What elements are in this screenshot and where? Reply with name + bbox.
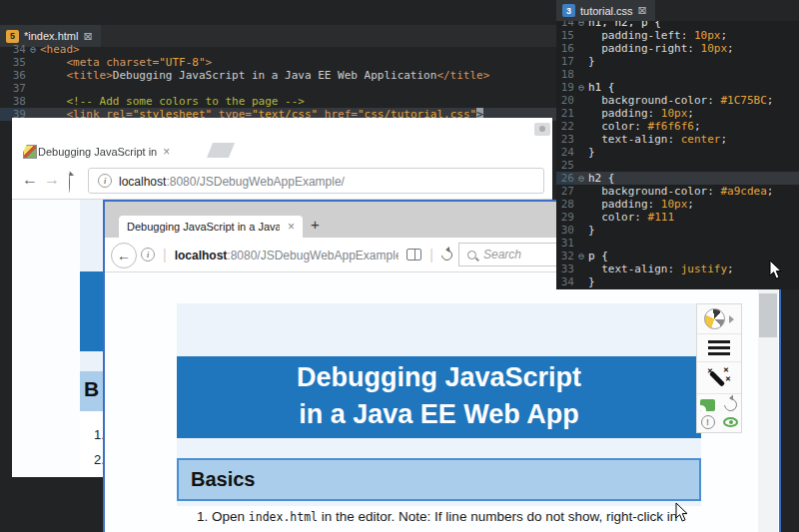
page-h1-sliver bbox=[80, 271, 103, 351]
status-icons[interactable]: ! bbox=[697, 394, 741, 432]
code-line: 17} bbox=[556, 55, 799, 68]
line-number: 21 bbox=[556, 107, 574, 120]
reload-icon[interactable] bbox=[439, 247, 454, 262]
line-number: 37 bbox=[0, 82, 26, 95]
search-placeholder: Search bbox=[483, 248, 521, 262]
firefox-page-content: Debugging JavaScript in a Java EE Web Ap… bbox=[105, 272, 779, 532]
chrome-address-bar[interactable]: localhost:8080/JSDebugWebAppExample/ bbox=[88, 168, 544, 194]
code-fold-icon[interactable]: ⊖ bbox=[26, 43, 40, 56]
line-number: 22 bbox=[556, 120, 574, 133]
list-number: 1. bbox=[94, 427, 103, 442]
line-number: 31 bbox=[556, 237, 574, 250]
firefox-tab[interactable]: Debugging JavaScript in a Java... × bbox=[119, 216, 303, 238]
code-fold-icon[interactable]: ⊖ bbox=[574, 250, 588, 263]
page-h2-sliver: B bbox=[80, 371, 103, 411]
line-number: 29 bbox=[556, 211, 574, 224]
code-fold-icon[interactable]: ⊖ bbox=[574, 172, 588, 185]
close-icon[interactable]: × bbox=[163, 146, 170, 158]
code-text: background-color: #a9cdea; bbox=[588, 185, 773, 198]
line-number: 33 bbox=[556, 263, 574, 275]
code-line: 33 text-align: justify; bbox=[556, 263, 799, 275]
gutter-spacer bbox=[574, 146, 588, 159]
line-number: 28 bbox=[556, 198, 574, 211]
bookmark-book-icon[interactable] bbox=[406, 249, 421, 261]
line-number: 34 bbox=[0, 43, 26, 56]
info-icon[interactable] bbox=[141, 248, 155, 262]
css-code-area[interactable]: 14⊖h1, h2, p {15 padding-left: 10px;16 p… bbox=[556, 16, 799, 288]
close-icon[interactable]: × bbox=[288, 221, 295, 233]
close-icon[interactable]: ⊠ bbox=[83, 31, 92, 42]
code-line: 31 bbox=[556, 237, 799, 250]
code-text: } bbox=[588, 275, 595, 288]
scrollbar-thumb[interactable] bbox=[759, 293, 777, 337]
firefox-address-bar[interactable]: | localhost:8080/JSDebugWebAppExample/ | bbox=[141, 243, 452, 266]
new-tab-button[interactable] bbox=[207, 143, 235, 158]
scrollbar-track[interactable] bbox=[758, 272, 778, 532]
sphere-globe-icon bbox=[704, 308, 725, 329]
search-icon bbox=[467, 251, 476, 260]
wand-button[interactable]: ✕✕✕ bbox=[697, 362, 741, 394]
css3-file-icon: 3 bbox=[562, 4, 575, 17]
forward-icon[interactable]: → bbox=[44, 171, 60, 189]
reload-icon[interactable] bbox=[68, 174, 70, 193]
code-line: 29 color: #111 bbox=[556, 211, 799, 224]
code-line: 32⊖p { bbox=[556, 250, 799, 263]
info-icon[interactable] bbox=[98, 174, 112, 188]
gutter-spacer bbox=[574, 237, 588, 250]
html-code-area[interactable]: 34⊖<head>35 <meta charset="UTF-8">36 <ti… bbox=[0, 43, 556, 121]
list-number: 2. bbox=[94, 452, 103, 467]
code-text: } bbox=[588, 224, 595, 237]
extension-button[interactable] bbox=[697, 304, 741, 334]
gutter-spacer bbox=[574, 224, 588, 237]
back-icon[interactable]: ← bbox=[22, 171, 38, 189]
code-text: text-align: center; bbox=[588, 133, 727, 146]
code-fold-icon[interactable]: ⊖ bbox=[574, 81, 588, 94]
chrome-tab[interactable]: Debugging JavaScript in × bbox=[18, 140, 204, 163]
gutter-spacer bbox=[574, 263, 588, 275]
code-text: <!-- Add some colors to the page --> bbox=[40, 95, 305, 108]
gutter-spacer bbox=[574, 107, 588, 120]
magic-wand-icon: ✕✕✕ bbox=[706, 366, 732, 390]
page-list-sliver: 1. 2. bbox=[80, 411, 103, 477]
page-content-column: Debugging JavaScript in a Java EE Web Ap… bbox=[177, 303, 701, 506]
code-text: p { bbox=[588, 250, 608, 263]
code-text: text-align: justify; bbox=[588, 263, 734, 275]
url-host: localhost bbox=[175, 249, 228, 263]
tab-tutorial-css[interactable]: 3 tutorial.css ⊠ bbox=[556, 0, 655, 21]
gutter-spacer bbox=[574, 198, 588, 211]
code-text: } bbox=[588, 146, 595, 159]
code-text: <head> bbox=[40, 43, 80, 56]
html5-file-icon: 5 bbox=[6, 30, 19, 43]
code-line: 18 bbox=[556, 68, 799, 81]
code-line: 25 bbox=[556, 159, 799, 172]
back-button[interactable]: ← bbox=[111, 243, 137, 268]
menu-button[interactable] bbox=[697, 334, 741, 362]
h1-line2: in a Java EE Web App bbox=[177, 396, 701, 433]
gutter-spacer bbox=[574, 68, 588, 81]
line-number: 26 bbox=[556, 172, 574, 185]
code-line: 20 background-color: #1C75BC; bbox=[556, 94, 799, 107]
profile-button[interactable] bbox=[534, 123, 550, 136]
line-number: 36 bbox=[0, 69, 26, 82]
code-line: 22 color: #f6f6f6; bbox=[556, 120, 799, 133]
css-editor-tabbar: 3 tutorial.css ⊠ bbox=[556, 0, 799, 21]
line-number: 18 bbox=[556, 68, 574, 81]
line-number: 20 bbox=[556, 94, 574, 107]
new-tab-button[interactable]: + bbox=[311, 216, 320, 233]
code-line: 37 bbox=[0, 82, 556, 95]
divider: | bbox=[163, 247, 167, 263]
line-number: 23 bbox=[556, 133, 574, 146]
menu-hamburger-icon bbox=[708, 340, 730, 355]
gutter-spacer bbox=[574, 185, 588, 198]
close-icon[interactable]: ⊠ bbox=[638, 5, 647, 16]
firefox-tab-title: Debugging JavaScript in a Java... bbox=[127, 221, 280, 233]
page-list-item: 1. Open index.html in the editor. Note: … bbox=[197, 509, 677, 524]
extension-toolbar-panel: ✕✕✕ ! bbox=[696, 303, 742, 433]
code-line: 38 <!-- Add some colors to the page --> bbox=[0, 95, 556, 108]
code-line: 36 <title>Debugging JavaScript in a Java… bbox=[0, 69, 556, 82]
gutter-spacer bbox=[574, 42, 588, 55]
code-line: 28 padding: 10px; bbox=[556, 198, 799, 211]
eye-icon bbox=[723, 417, 738, 427]
tab-label: tutorial.css bbox=[580, 5, 633, 17]
line-number: 30 bbox=[556, 224, 574, 237]
